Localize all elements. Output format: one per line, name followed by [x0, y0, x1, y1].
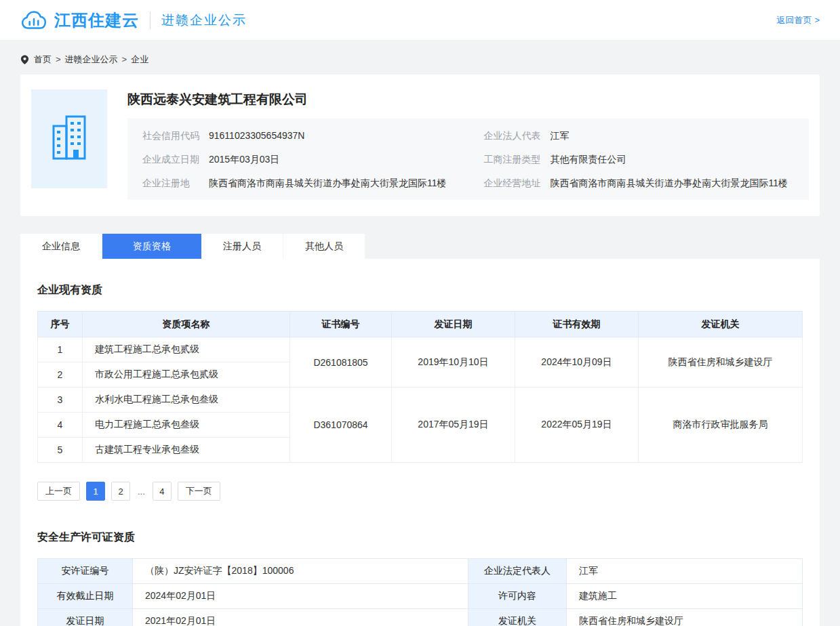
tab-item[interactable]: 其他人员: [283, 234, 365, 259]
header-divider: [150, 12, 151, 29]
safety-label: 企业法定代表人: [468, 559, 567, 584]
safety-license-section-title: 安全生产许可证资质: [37, 530, 803, 545]
company-field: 企业注册地陕西省商洛市商南县城关街道办事处南大街景龙国际11楼: [142, 176, 453, 190]
tab-item[interactable]: 企业信息: [20, 234, 102, 259]
field-value: 江军: [551, 129, 569, 142]
qualification-table-header-row: 序号 资质项名称 证书编号 发证日期 证书有效期 发证机关: [38, 312, 803, 337]
safety-value: 2024年02月01日: [133, 584, 468, 609]
safety-row: 发证日期2021年02月01日发证机关陕西省住房和城乡建设厅: [38, 609, 803, 626]
field-label: 工商注册类型: [484, 152, 551, 166]
site-subtitle: 进赣企业公示: [161, 12, 247, 29]
column-header: 证书有效期: [515, 312, 639, 337]
field-label: 企业经营地址: [484, 176, 551, 190]
company-field: 企业法人代表江军: [484, 129, 795, 142]
pagination: 上一页 12...4 下一页: [37, 482, 803, 501]
pagination-ellipsis: ...: [136, 486, 146, 497]
table-cell: 商洛市行政审批服务局: [639, 388, 803, 463]
pagination-page-4[interactable]: 4: [153, 482, 172, 501]
field-value: 陕西省商洛市商南县城关街道办事处南大街景龙国际11楼: [551, 176, 788, 190]
column-header: 序号: [38, 312, 83, 337]
company-card: 陕西远泰兴安建筑工程有限公司 社会信用代码91611023305654937N企…: [20, 75, 820, 216]
pagination-pages: 12...4: [86, 482, 172, 501]
breadcrumb-separator: >: [122, 54, 127, 64]
qualification-row: 3水利水电工程施工总承包叁级D3610708642017年05月19日2022年…: [38, 388, 803, 413]
company-main: 陕西远泰兴安建筑工程有限公司 社会信用代码91611023305654937N企…: [127, 89, 809, 200]
buildings-icon: [48, 110, 90, 167]
column-header: 发证日期: [392, 312, 515, 337]
table-cell: 水利水电工程施工总承包叁级: [83, 388, 290, 413]
safety-value: 建筑施工: [567, 584, 803, 609]
site-logo-title: 江西住建云: [54, 9, 139, 31]
table-cell: 2017年05月19日: [392, 388, 515, 463]
safety-value: 陕西省住房和城乡建设厅: [567, 609, 803, 626]
pagination-page-1[interactable]: 1: [86, 482, 105, 501]
field-value: 91611023305654937N: [209, 129, 304, 142]
company-field: 社会信用代码91611023305654937N: [142, 129, 453, 142]
cloud-logo-icon: [20, 9, 47, 32]
safety-label: 许可内容: [468, 584, 567, 609]
tabs: 企业信息资质资格注册人员其他人员: [20, 234, 820, 259]
company-logo-box: [31, 89, 107, 188]
safety-row: 有效截止日期2024年02月01日许可内容建筑施工: [38, 584, 803, 609]
safety-label: 安许证编号: [38, 559, 133, 584]
column-header: 证书编号: [290, 312, 392, 337]
company-field: 工商注册类型其他有限责任公司: [484, 152, 795, 166]
company-fields: 社会信用代码91611023305654937N企业法人代表江军企业成立日期20…: [127, 119, 809, 200]
table-cell: 2019年10月10日: [392, 337, 515, 388]
breadcrumb-item[interactable]: 进赣企业公示: [65, 54, 118, 64]
content-card: 企业现有资质 序号 资质项名称 证书编号 发证日期 证书有效期 发证机关 1建筑…: [20, 259, 820, 626]
safety-value: （陕）JZ安许证字【2018】100006: [133, 559, 468, 584]
qualification-table: 序号 资质项名称 证书编号 发证日期 证书有效期 发证机关 1建筑工程施工总承包…: [37, 311, 803, 463]
field-label: 企业注册地: [142, 176, 209, 190]
field-value: 陕西省商洛市商南县城关街道办事处南大街景龙国际11楼: [209, 176, 447, 190]
pagination-next-button[interactable]: 下一页: [178, 482, 220, 501]
table-cell: 2: [38, 362, 83, 388]
safety-license-table: 安许证编号（陕）JZ安许证字【2018】100006企业法定代表人江军有效截止日…: [37, 558, 803, 626]
pagination-prev-button[interactable]: 上一页: [37, 482, 80, 501]
qualification-table-body: 1建筑工程施工总承包贰级D2610818052019年10月10日2024年10…: [38, 337, 803, 463]
safety-label: 发证日期: [38, 609, 133, 626]
breadcrumb-separator: >: [56, 54, 61, 64]
app-header: 江西住建云 进赣企业公示 返回首页 >: [0, 0, 840, 41]
table-cell: 4: [38, 413, 83, 438]
table-cell: D361070864: [290, 388, 392, 463]
safety-value: 江军: [567, 559, 803, 584]
qualification-row: 1建筑工程施工总承包贰级D2610818052019年10月10日2024年10…: [38, 337, 803, 362]
table-cell: 古建筑工程专业承包叁级: [83, 438, 290, 463]
back-home-label: 返回首页: [776, 14, 812, 26]
field-label: 企业成立日期: [142, 152, 209, 166]
company-field: 企业成立日期2015年03月03日: [142, 152, 453, 166]
breadcrumb-item[interactable]: 首页: [34, 54, 52, 64]
breadcrumb-items: 首页>进赣企业公示>企业: [34, 54, 148, 66]
tab-active[interactable]: 资质资格: [102, 234, 201, 259]
location-pin-icon: [20, 54, 29, 65]
safety-row: 安许证编号（陕）JZ安许证字【2018】100006企业法定代表人江军: [38, 559, 803, 584]
table-cell: 陕西省住房和城乡建设厅: [639, 337, 803, 388]
column-header: 发证机关: [639, 312, 803, 337]
table-cell: 1: [38, 337, 83, 362]
qualifications-section-title: 企业现有资质: [37, 283, 803, 297]
table-cell: 建筑工程施工总承包贰级: [83, 337, 290, 362]
breadcrumb: 首页>进赣企业公示>企业: [0, 41, 840, 75]
pagination-page-2[interactable]: 2: [111, 482, 130, 501]
safety-label: 发证机关: [468, 609, 567, 626]
table-cell: 3: [38, 388, 83, 413]
table-cell: 2022年05月19日: [515, 388, 639, 463]
back-home-link[interactable]: 返回首页 >: [776, 14, 820, 26]
breadcrumb-item: 企业: [131, 54, 148, 64]
company-field: 企业经营地址陕西省商洛市商南县城关街道办事处南大街景龙国际11楼: [484, 176, 795, 190]
field-value: 其他有限责任公司: [551, 152, 626, 166]
column-header: 资质项名称: [83, 312, 290, 337]
chevron-right-icon: >: [814, 15, 820, 25]
table-cell: D261081805: [290, 337, 392, 388]
safety-table-body: 安许证编号（陕）JZ安许证字【2018】100006企业法定代表人江军有效截止日…: [38, 559, 803, 626]
table-cell: 2024年10月09日: [515, 337, 639, 388]
safety-label: 有效截止日期: [38, 584, 133, 609]
field-label: 社会信用代码: [142, 129, 209, 142]
table-cell: 电力工程施工总承包叁级: [83, 413, 290, 438]
tab-item[interactable]: 注册人员: [201, 234, 283, 259]
company-name: 陕西远泰兴安建筑工程有限公司: [127, 91, 809, 108]
table-cell: 市政公用工程施工总承包贰级: [83, 362, 290, 388]
table-cell: 5: [38, 438, 83, 463]
field-value: 2015年03月03日: [209, 152, 279, 166]
